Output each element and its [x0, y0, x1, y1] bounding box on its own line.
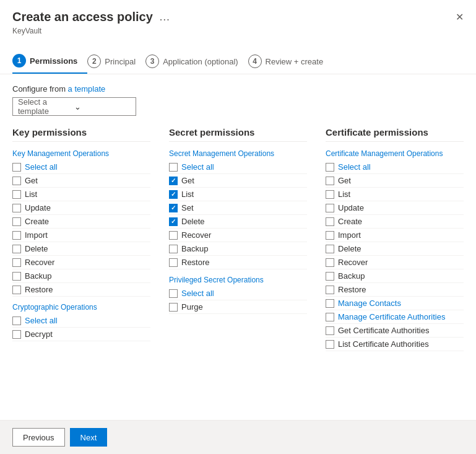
cert-import-cb[interactable]	[326, 231, 334, 240]
step-review[interactable]: 4 Review + create	[248, 50, 334, 73]
key-delete-label: Delete	[25, 244, 48, 253]
panel-body: Configure from a template Select a templ…	[0, 74, 476, 420]
key-recover-cb[interactable]	[12, 258, 21, 267]
cert-backup-cb[interactable]	[326, 272, 334, 281]
key-list-cb[interactable]	[12, 190, 21, 199]
cert-get-row: Get	[326, 174, 464, 188]
cert-restore-cb[interactable]	[326, 286, 334, 294]
crypto-select-all-row: Select all	[12, 314, 150, 328]
key-restore-cb[interactable]	[12, 286, 21, 294]
secret-set-label: Set	[181, 203, 194, 212]
secret-recover-label: Recover	[181, 230, 211, 240]
secret-delete-row: Delete	[169, 215, 307, 229]
cert-manage-ca-row: Manage Certificate Authorities	[326, 310, 464, 324]
step-4-label: Review + create	[266, 57, 324, 66]
step-3-circle: 3	[145, 55, 159, 68]
key-import-label: Import	[25, 230, 48, 240]
secret-backup-cb[interactable]	[169, 245, 178, 253]
secret-get-cb[interactable]	[169, 177, 178, 185]
secret-delete-cb[interactable]	[169, 217, 178, 226]
key-create-cb[interactable]	[12, 217, 21, 226]
key-list-label: List	[25, 190, 37, 199]
secret-set-row: Set	[169, 201, 307, 215]
cert-mgmt-ops-title: Certificate Management Operations	[326, 149, 464, 158]
secret-list-cb[interactable]	[169, 190, 178, 199]
secret-restore-cb[interactable]	[169, 258, 178, 267]
key-select-all-row: Select all	[12, 160, 150, 174]
secret-backup-row: Backup	[169, 242, 307, 256]
key-list-row: List	[12, 188, 150, 201]
secret-purge-cb[interactable]	[169, 303, 178, 312]
key-create-label: Create	[25, 217, 49, 226]
key-create-row: Create	[12, 215, 150, 229]
cert-list-cb[interactable]	[326, 190, 334, 199]
key-get-row: Get	[12, 174, 150, 188]
cert-list-ca-cb[interactable]	[326, 340, 334, 349]
cert-manage-contacts-cb[interactable]	[326, 299, 334, 308]
cert-manage-contacts-label: Manage Contacts	[338, 299, 401, 308]
ellipsis-button[interactable]: …	[159, 11, 170, 24]
secret-select-all-cb[interactable]	[169, 163, 178, 172]
step-permissions[interactable]: 1 Permissions	[12, 49, 87, 74]
panel-title: Create an access policy	[12, 10, 153, 24]
cert-recover-cb[interactable]	[326, 258, 334, 267]
secret-list-row: List	[169, 188, 307, 201]
step-application[interactable]: 3 Application (optional)	[145, 50, 248, 73]
crypto-select-all-label: Select all	[25, 316, 58, 325]
template-label: Configure from a template	[12, 84, 464, 94]
cert-select-all-cb[interactable]	[326, 163, 334, 172]
key-permissions-title: Key permissions	[12, 127, 150, 142]
cert-recover-row: Recover	[326, 256, 464, 269]
key-restore-label: Restore	[25, 285, 53, 294]
key-import-cb[interactable]	[12, 231, 21, 240]
cert-delete-cb[interactable]	[326, 245, 334, 253]
secret-set-cb[interactable]	[169, 204, 178, 212]
cert-get-ca-cb[interactable]	[326, 326, 334, 335]
key-delete-cb[interactable]	[12, 245, 21, 253]
key-recover-row: Recover	[12, 256, 150, 269]
cert-manage-ca-cb[interactable]	[326, 313, 334, 321]
template-select[interactable]: Select a template ⌄	[12, 97, 136, 116]
panel-footer: Previous Next	[0, 420, 476, 454]
cert-update-cb[interactable]	[326, 204, 334, 212]
secret-backup-label: Backup	[181, 244, 208, 253]
template-section: Configure from a template Select a templ…	[12, 84, 464, 116]
next-button[interactable]: Next	[70, 428, 108, 447]
key-get-cb[interactable]	[12, 177, 21, 185]
chevron-down-icon: ⌄	[74, 102, 131, 111]
priv-secret-select-all-cb[interactable]	[169, 289, 178, 298]
secret-recover-row: Recover	[169, 229, 307, 242]
secret-recover-cb[interactable]	[169, 231, 178, 240]
crypto-decrypt-cb[interactable]	[12, 330, 21, 339]
key-get-label: Get	[25, 176, 38, 185]
secret-get-label: Get	[181, 176, 194, 185]
cert-delete-row: Delete	[326, 242, 464, 256]
key-select-all-cb[interactable]	[12, 163, 21, 172]
cert-select-all-row: Select all	[326, 160, 464, 174]
key-backup-row: Backup	[12, 269, 150, 283]
cert-list-ca-label: List Certificate Authorities	[338, 339, 429, 349]
cert-get-cb[interactable]	[326, 177, 334, 185]
crypto-select-all-cb[interactable]	[12, 316, 21, 325]
secret-list-label: List	[181, 190, 194, 199]
priv-secret-ops-title: Privileged Secret Operations	[169, 276, 307, 284]
step-principal[interactable]: 2 Principal	[87, 50, 145, 73]
cert-create-label: Create	[338, 217, 362, 226]
key-backup-cb[interactable]	[12, 272, 21, 281]
previous-button[interactable]: Previous	[12, 428, 65, 447]
key-update-cb[interactable]	[12, 204, 21, 212]
close-button[interactable]: ✕	[456, 11, 464, 23]
secret-permissions-column: Secret permissions Secret Management Ope…	[169, 127, 307, 351]
secret-purge-label: Purge	[181, 302, 203, 312]
cert-manage-ca-label: Manage Certificate Authorities	[338, 312, 445, 321]
cert-permissions-title: Certificate permissions	[326, 127, 464, 142]
secret-mgmt-ops-title: Secret Management Operations	[169, 149, 307, 158]
step-2-circle: 2	[87, 55, 101, 68]
cert-restore-label: Restore	[338, 285, 366, 294]
panel-subtitle: KeyVault	[12, 27, 464, 35]
crypto-ops-title: Cryptographic Operations	[12, 303, 150, 312]
priv-secret-select-all-label: Select all	[181, 289, 214, 298]
cert-get-ca-label: Get Certificate Authorities	[338, 326, 429, 335]
cert-create-cb[interactable]	[326, 217, 334, 226]
template-link[interactable]: a template	[68, 84, 106, 94]
